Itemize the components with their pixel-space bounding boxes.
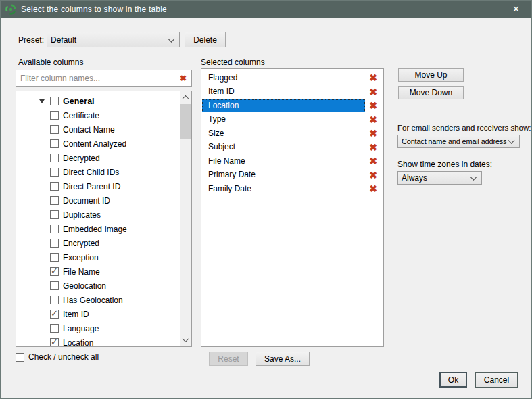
- selected-column-label[interactable]: Family Date: [202, 183, 365, 195]
- selected-column-row[interactable]: Item ID✖: [201, 85, 383, 99]
- timezone-label: Show time zones in dates:: [397, 160, 492, 169]
- remove-column-icon[interactable]: ✖: [365, 87, 377, 97]
- selected-column-row[interactable]: Type✖: [201, 113, 383, 127]
- available-column-row[interactable]: Exception: [16, 250, 191, 264]
- selected-column-row[interactable]: Primary Date✖: [201, 168, 383, 183]
- available-column-row[interactable]: Language: [16, 321, 191, 335]
- check-uncheck-all[interactable]: Check / uncheck all: [16, 352, 99, 362]
- delete-preset-button[interactable]: Delete: [185, 32, 226, 47]
- remove-column-icon[interactable]: ✖: [365, 101, 377, 110]
- column-label: Geolocation: [63, 281, 106, 291]
- selected-column-label[interactable]: Primary Date: [202, 168, 365, 181]
- check-all-checkbox[interactable]: [16, 353, 24, 362]
- selected-column-label[interactable]: Location: [202, 99, 365, 112]
- column-checkbox[interactable]: [50, 253, 59, 262]
- available-column-row[interactable]: Document ID: [16, 193, 191, 208]
- column-label: Content Analyzed: [63, 139, 126, 149]
- selected-column-label[interactable]: Type: [202, 113, 365, 126]
- available-column-row[interactable]: Has Geolocation: [16, 293, 191, 307]
- available-column-row[interactable]: Geolocation: [16, 279, 191, 293]
- selected-column-row[interactable]: Location✖: [201, 99, 383, 113]
- ok-button[interactable]: Ok: [439, 372, 467, 388]
- column-checkbox[interactable]: [50, 154, 59, 162]
- tree-expander-icon[interactable]: [39, 99, 50, 103]
- selected-column-row[interactable]: Size✖: [201, 126, 383, 141]
- column-checkbox[interactable]: [50, 267, 59, 276]
- tree-scrollbar[interactable]: [180, 91, 191, 346]
- column-checkbox[interactable]: [50, 182, 59, 191]
- selected-column-row[interactable]: File Name✖: [201, 154, 383, 168]
- column-checkbox[interactable]: [50, 210, 59, 219]
- scroll-down-icon[interactable]: [180, 334, 191, 346]
- selected-column-row[interactable]: Family Date✖: [201, 182, 383, 196]
- remove-column-icon[interactable]: ✖: [365, 156, 377, 166]
- clear-filter-icon[interactable]: ✖: [175, 74, 191, 83]
- move-up-button[interactable]: Move Up: [398, 68, 464, 82]
- title-bar[interactable]: Select the columns to show in the table …: [1, 1, 531, 18]
- column-checkbox[interactable]: [50, 239, 59, 248]
- column-checkbox[interactable]: [50, 324, 59, 333]
- column-label: Language: [63, 324, 99, 333]
- timezone-value: Always: [402, 173, 427, 183]
- column-checkbox[interactable]: [50, 310, 59, 319]
- column-label: Has Geolocation: [63, 296, 123, 305]
- available-column-row[interactable]: Embedded Image: [16, 222, 191, 236]
- available-column-row[interactable]: Location: [16, 335, 191, 347]
- column-checkbox[interactable]: [50, 111, 59, 120]
- remove-column-icon[interactable]: ✖: [365, 170, 377, 180]
- available-column-row[interactable]: Contact Name: [16, 122, 191, 137]
- column-checkbox[interactable]: [50, 125, 59, 134]
- available-column-row[interactable]: Direct Parent ID: [16, 179, 191, 193]
- email-display-value: Contact name and email address: [402, 137, 506, 145]
- email-display-label: For email senders and receivers show:: [397, 124, 531, 132]
- selected-column-row[interactable]: Subject✖: [201, 141, 383, 155]
- selected-column-label[interactable]: Subject: [202, 141, 365, 154]
- available-column-row[interactable]: Content Analyzed: [16, 137, 191, 151]
- window-title: Select the columns to show in the table: [21, 5, 167, 14]
- available-column-row[interactable]: Direct Child IDs: [16, 165, 191, 179]
- available-column-row[interactable]: General: [16, 94, 191, 108]
- email-display-select[interactable]: Contact name and email address: [397, 135, 520, 148]
- reset-button[interactable]: Reset: [209, 352, 248, 366]
- cancel-button[interactable]: Cancel: [475, 372, 518, 388]
- selected-columns-label: Selected columns: [201, 57, 265, 67]
- column-checkbox[interactable]: [50, 97, 59, 105]
- column-checkbox[interactable]: [50, 225, 59, 233]
- close-icon[interactable]: ✕: [501, 1, 531, 18]
- preset-select[interactable]: Default: [47, 32, 180, 47]
- available-column-row[interactable]: File Name: [16, 264, 191, 279]
- selected-column-label[interactable]: Item ID: [202, 85, 365, 98]
- column-checkbox[interactable]: [50, 281, 59, 290]
- column-label: Duplicates: [63, 210, 101, 220]
- column-checkbox[interactable]: [50, 168, 59, 177]
- column-checkbox[interactable]: [50, 196, 59, 205]
- remove-column-icon[interactable]: ✖: [365, 184, 377, 193]
- column-label: Embedded Image: [63, 225, 127, 234]
- filter-input[interactable]: [16, 70, 175, 86]
- available-column-row[interactable]: Duplicates: [16, 208, 191, 222]
- column-checkbox[interactable]: [50, 296, 59, 304]
- available-column-row[interactable]: Item ID: [16, 307, 191, 321]
- scroll-up-icon[interactable]: [180, 92, 191, 103]
- column-checkbox[interactable]: [50, 139, 59, 148]
- selected-column-label[interactable]: Size: [202, 127, 365, 140]
- remove-column-icon[interactable]: ✖: [365, 143, 377, 152]
- selected-column-label[interactable]: File Name: [202, 155, 365, 168]
- timezone-select[interactable]: Always: [397, 171, 482, 185]
- remove-column-icon[interactable]: ✖: [365, 115, 377, 124]
- save-as-button[interactable]: Save As...: [256, 352, 310, 366]
- selected-columns-list[interactable]: Flagged✖Item ID✖Location✖Type✖Size✖Subje…: [201, 68, 384, 347]
- remove-column-icon[interactable]: ✖: [365, 128, 377, 138]
- scrollbar-thumb[interactable]: [180, 104, 191, 139]
- column-checkbox[interactable]: [50, 338, 59, 347]
- selected-column-label[interactable]: Flagged: [202, 72, 365, 85]
- move-down-button[interactable]: Move Down: [398, 86, 464, 99]
- column-label: Document ID: [63, 196, 110, 206]
- column-label: General: [63, 97, 95, 106]
- available-column-row[interactable]: Decrypted: [16, 151, 191, 165]
- selected-column-row[interactable]: Flagged✖: [201, 71, 383, 85]
- available-columns-tree[interactable]: GeneralCertificateContact NameContent An…: [16, 91, 192, 347]
- remove-column-icon[interactable]: ✖: [365, 73, 377, 83]
- available-column-row[interactable]: Certificate: [16, 108, 191, 122]
- available-column-row[interactable]: Encrypted: [16, 236, 191, 250]
